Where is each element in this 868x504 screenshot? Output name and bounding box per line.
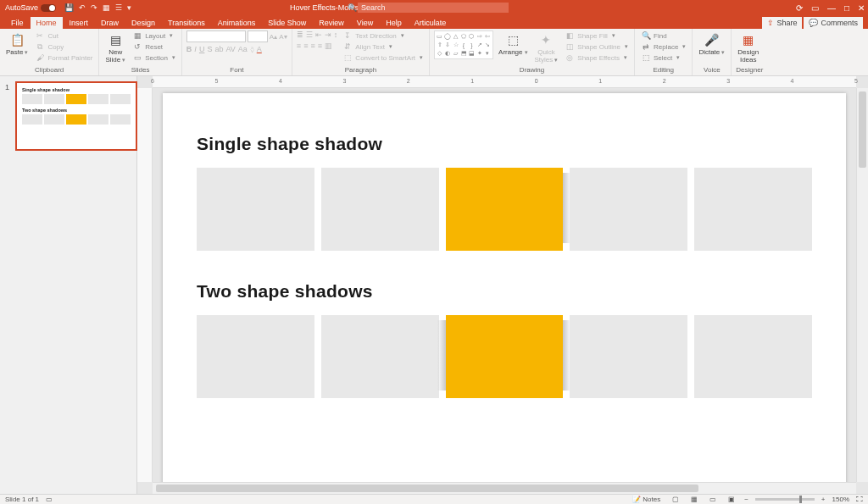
dictate-button[interactable]: 🎤Dictate: [697, 30, 726, 58]
window-minimize-icon[interactable]: —: [827, 3, 836, 13]
card-highlight[interactable]: [446, 168, 564, 251]
smartart-button[interactable]: ⬚Convert to SmartArt: [341, 53, 425, 63]
arrange-button[interactable]: ⬚Arrange: [497, 30, 529, 58]
window-close-icon[interactable]: ✕: [858, 3, 865, 13]
paste-button[interactable]: 📋 Paste: [4, 30, 30, 58]
shape-icon[interactable]: {: [459, 41, 467, 49]
shape-icon[interactable]: ↘: [484, 41, 492, 49]
shadow-icon[interactable]: ab: [214, 45, 223, 53]
card[interactable]: [197, 315, 314, 398]
zoom-in-icon[interactable]: +: [821, 496, 826, 503]
align-center-icon[interactable]: ≡: [303, 42, 308, 50]
shape-icon[interactable]: △: [452, 32, 459, 41]
card-highlight[interactable]: [446, 315, 564, 398]
save-icon[interactable]: 💾: [64, 3, 74, 12]
justify-icon[interactable]: ≡: [318, 42, 322, 50]
text-direction-button[interactable]: ↧Text Direction: [341, 30, 425, 41]
shape-icon[interactable]: ⇨: [476, 32, 483, 41]
new-slide-button[interactable]: ▤ New Slide: [103, 30, 127, 65]
shrink-font-icon[interactable]: A▾: [279, 33, 287, 41]
search-input[interactable]: [358, 3, 509, 13]
indent-dec-icon[interactable]: ⇤: [315, 30, 322, 39]
align-right-icon[interactable]: ≡: [310, 42, 314, 50]
redo-icon[interactable]: ↷: [91, 3, 97, 12]
scroll-thumb[interactable]: [859, 91, 866, 168]
shape-icon[interactable]: ▱: [452, 49, 459, 58]
touchmode-icon[interactable]: ☰: [115, 3, 122, 12]
section-button[interactable]: ▭Section: [131, 53, 177, 63]
font-family-select[interactable]: [186, 30, 246, 42]
format-painter-button[interactable]: 🖌Format Painter: [33, 53, 94, 63]
copy-button[interactable]: ⧉Copy: [33, 42, 94, 52]
grow-font-icon[interactable]: A▴: [270, 33, 277, 41]
card[interactable]: [570, 315, 687, 398]
shape-icon[interactable]: ⬡: [468, 32, 476, 41]
autosave-switch-icon[interactable]: [41, 4, 56, 12]
window-maximize-icon[interactable]: □: [844, 3, 849, 13]
strike-icon[interactable]: S: [207, 45, 212, 53]
gallery-more-icon[interactable]: ▾: [484, 49, 492, 58]
find-button[interactable]: 🔍Find: [639, 30, 687, 41]
shape-icon[interactable]: ⬓: [468, 49, 476, 58]
vertical-ruler[interactable]: [137, 88, 153, 482]
ribbon-options-icon[interactable]: ▭: [811, 3, 819, 13]
shape-icon[interactable]: ◯: [443, 32, 451, 41]
highlight-icon[interactable]: ⎀: [250, 45, 254, 53]
tab-design[interactable]: Design: [125, 17, 161, 29]
shape-effects-button[interactable]: ◎Shape Effects: [563, 53, 630, 63]
numbering-icon[interactable]: ☰: [306, 30, 313, 39]
card[interactable]: [321, 168, 439, 251]
undo-icon[interactable]: ↶: [79, 3, 86, 12]
columns-icon[interactable]: ▥: [325, 42, 332, 50]
zoom-value[interactable]: 150%: [832, 496, 849, 503]
shape-icon[interactable]: ⇩: [443, 41, 451, 49]
comments-button[interactable]: 💬Comments: [804, 17, 863, 29]
horizontal-ruler[interactable]: 654321012345: [153, 76, 856, 88]
fit-window-icon[interactable]: ⛶: [856, 496, 863, 503]
shape-icon[interactable]: ◇: [436, 49, 443, 58]
underline-icon[interactable]: U: [199, 45, 205, 53]
zoom-slider[interactable]: [755, 498, 815, 501]
shape-icon[interactable]: }: [468, 41, 476, 49]
align-text-button[interactable]: ⇵Align Text: [341, 42, 425, 52]
case-icon[interactable]: Aa: [238, 45, 248, 53]
bold-icon[interactable]: B: [186, 45, 192, 53]
card[interactable]: [694, 168, 812, 251]
card[interactable]: [694, 315, 812, 398]
tab-animations[interactable]: Animations: [212, 17, 262, 29]
shapes-gallery[interactable]: ▭◯△⬠⬡⇨⇦ ⇧⇩☆{}↗↘ ◇◐▱⬒⬓✦▾: [434, 30, 493, 59]
tab-view[interactable]: View: [351, 17, 379, 29]
quick-styles-button[interactable]: ✦Quick Styles: [533, 30, 560, 65]
tab-transitions[interactable]: Transitions: [162, 17, 211, 29]
shape-fill-button[interactable]: ◧Shape Fill: [563, 30, 630, 41]
tab-slideshow[interactable]: Slide Show: [262, 17, 312, 29]
tab-review[interactable]: Review: [313, 17, 350, 29]
bullets-icon[interactable]: ≣: [297, 30, 303, 39]
reset-button[interactable]: ↺Reset: [131, 42, 177, 52]
design-ideas-button[interactable]: ▦Design Ideas: [736, 30, 760, 65]
qat-more-icon[interactable]: ▾: [127, 3, 131, 12]
vertical-scrollbar[interactable]: [856, 88, 868, 482]
cut-button[interactable]: ✂Cut: [33, 30, 94, 41]
tab-articulate[interactable]: Articulate: [409, 17, 453, 29]
font-size-select[interactable]: [248, 30, 268, 42]
tab-help[interactable]: Help: [380, 17, 408, 29]
card[interactable]: [321, 315, 439, 398]
tab-draw[interactable]: Draw: [95, 17, 125, 29]
shape-outline-button[interactable]: ◫Shape Outline: [563, 42, 630, 52]
tab-home[interactable]: Home: [31, 17, 63, 29]
spacing-icon[interactable]: AV: [225, 45, 235, 53]
tab-insert[interactable]: Insert: [64, 17, 95, 29]
present-icon[interactable]: ▦: [103, 3, 110, 12]
shape-icon[interactable]: ✦: [476, 49, 483, 58]
replace-button[interactable]: ⇄Replace: [639, 42, 687, 52]
reading-view-icon[interactable]: ▭: [707, 496, 719, 503]
shape-icon[interactable]: ⇦: [484, 32, 492, 41]
slide-thumbnail-1[interactable]: Single shape shadow Two shape shadows: [15, 81, 137, 151]
share-button[interactable]: ⇪Share: [762, 17, 802, 29]
shape-icon[interactable]: ↗: [476, 41, 483, 49]
shape-icon[interactable]: ▭: [436, 32, 443, 41]
slide-canvas[interactable]: Single shape shadow Two shape shadows: [163, 93, 846, 482]
indent-inc-icon[interactable]: ⇥: [325, 30, 331, 39]
select-button[interactable]: ⬚Select: [639, 53, 687, 63]
